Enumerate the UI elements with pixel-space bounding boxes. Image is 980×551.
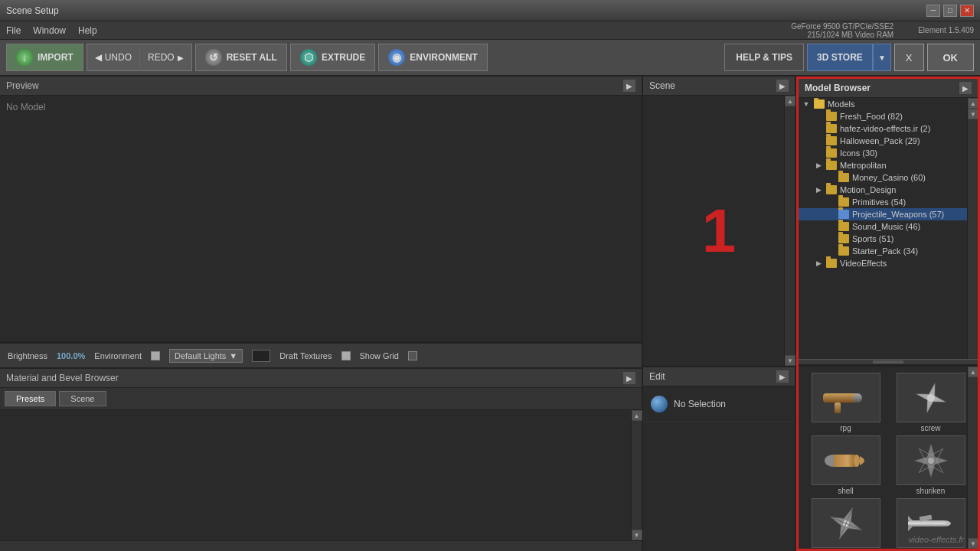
- reset-all-button[interactable]: ↺ RESET ALL: [195, 44, 287, 71]
- shell-preview-svg: [815, 439, 877, 481]
- tree-label: Projectile_Weapons (57): [852, 210, 944, 219]
- scene-number: 1: [702, 196, 737, 266]
- scene-scrollbar-v[interactable]: ▲ ▼: [784, 96, 795, 366]
- material-expand-button[interactable]: ▶: [623, 372, 635, 384]
- minimize-button[interactable]: ─: [926, 5, 940, 17]
- thumb-shuriken-alternate[interactable]: shuriken_alternate: [805, 498, 887, 549]
- tab-presets[interactable]: Presets: [5, 391, 56, 406]
- tree-item-3[interactable]: Icons (30): [799, 147, 978, 159]
- import-button[interactable]: ↓ IMPORT: [6, 44, 83, 71]
- tree-arrow-icon: [826, 222, 835, 231]
- shuriken-preview-svg: [900, 439, 962, 481]
- help-button[interactable]: HELP & TIPS: [724, 44, 804, 71]
- tree-scrollbar-v[interactable]: ▲ ▼: [967, 98, 978, 359]
- extrude-icon: ⬡: [300, 49, 317, 66]
- tab-scene[interactable]: Scene: [59, 391, 106, 406]
- tree-item-6[interactable]: ▶ Motion_Design: [799, 184, 978, 196]
- extrude-button[interactable]: ⬡ EXTRUDE: [290, 44, 375, 71]
- scene-scroll-down[interactable]: ▼: [785, 355, 795, 366]
- redo-button[interactable]: REDO ▶: [140, 44, 191, 71]
- scene-scroll-up[interactable]: ▲: [785, 96, 795, 106]
- folder-icon: [826, 185, 837, 194]
- tree-item-1[interactable]: hafez-video-effects.ir (2): [799, 122, 978, 135]
- scene-panel: Scene ▶ 1 ▲ ▼: [643, 77, 795, 367]
- maximize-button[interactable]: □: [943, 5, 957, 17]
- close-dialog-button[interactable]: X: [894, 44, 924, 71]
- store-dropdown-button[interactable]: ▼: [873, 44, 891, 71]
- undo-button[interactable]: ◀ UNDO: [87, 44, 139, 71]
- svg-point-10: [928, 458, 934, 464]
- preview-title: Preview: [6, 80, 39, 91]
- thumb-screw[interactable]: screw: [890, 373, 972, 432]
- thumb-img-shuriken: [897, 435, 965, 485]
- no-selection-text: No Selection: [674, 399, 726, 409]
- model-tree: ▼ Models Fresh_Food (82) hafez-video-eff…: [799, 98, 978, 359]
- preview-panel: Preview ▶ No Model: [0, 77, 642, 343]
- edit-title: Edit: [649, 371, 665, 382]
- material-scrollbar-v[interactable]: ▲ ▼: [631, 410, 642, 540]
- material-scrollbar-h[interactable]: [0, 540, 642, 551]
- element-info: Element 1.5.409: [918, 26, 974, 34]
- tree-scroll-up[interactable]: ▲: [968, 98, 978, 109]
- close-button[interactable]: ✕: [960, 5, 974, 17]
- store-button[interactable]: 3D STORE: [807, 44, 873, 71]
- environment-button[interactable]: ◉ ENVIRONMENT: [378, 44, 488, 71]
- ok-button[interactable]: OK: [927, 44, 975, 71]
- thumb-shuriken[interactable]: shuriken: [890, 435, 972, 495]
- toolbar: ↓ IMPORT ◀ UNDO REDO ▶ ↺ RESET ALL ⬡ EXT…: [0, 40, 980, 77]
- show-grid-checkbox[interactable]: [408, 351, 417, 360]
- tree-item-models-root[interactable]: ▼ Models: [799, 98, 978, 110]
- thumb-scroll-up[interactable]: ▲: [968, 367, 978, 377]
- tree-item-0[interactable]: Fresh_Food (82): [799, 110, 978, 122]
- shuriken2-preview-svg: [815, 502, 877, 544]
- tree-label: Sound_Music (46): [852, 222, 920, 231]
- tree-item-10[interactable]: Sports (51): [799, 233, 978, 245]
- draft-textures-checkbox[interactable]: [341, 351, 351, 360]
- tree-arrow-icon: [826, 173, 835, 182]
- tree-arrow-icon: [814, 112, 823, 121]
- thumb-label-shuriken: shuriken: [916, 487, 946, 495]
- thumbnails-scrollbar-v[interactable]: ▲ ▼: [967, 367, 978, 549]
- tree-arrow-icon: ▶: [814, 161, 823, 170]
- tree-scroll-down[interactable]: ▼: [968, 109, 978, 119]
- tree-item-8[interactable]: Projectile_Weapons (57): [799, 208, 978, 220]
- no-selection-row: No Selection: [643, 386, 795, 422]
- edit-expand-button[interactable]: ▶: [776, 370, 789, 383]
- model-browser-expand-button[interactable]: ▶: [959, 82, 972, 94]
- tree-label: hafez-video-effects.ir (2): [840, 124, 930, 133]
- window-controls: ─ □ ✕: [926, 5, 974, 17]
- tree-item-7[interactable]: Primitives (54): [799, 196, 978, 208]
- menu-file[interactable]: File: [6, 25, 21, 36]
- model-browser-title: Model Browser: [805, 83, 871, 93]
- material-scroll-up[interactable]: ▲: [632, 410, 642, 421]
- color-swatch[interactable]: [252, 350, 270, 362]
- folder-icon: [826, 136, 837, 145]
- lights-select[interactable]: Default Lights ▼: [169, 349, 243, 363]
- no-model-text: No Model: [6, 102, 45, 112]
- scene-expand-button[interactable]: ▶: [776, 80, 789, 92]
- tree-arrow-icon: [814, 124, 823, 133]
- menu-help[interactable]: Help: [78, 25, 97, 36]
- main-content: Preview ▶ No Model Brightness 100.0% Env…: [0, 77, 980, 551]
- resize-handle-indicator: [873, 360, 903, 364]
- tree-item-11[interactable]: Starter_Pack (34): [799, 245, 978, 257]
- tree-item-12[interactable]: ▶ VideoEffects: [799, 257, 978, 269]
- tree-item-4[interactable]: ▶ Metropolitan: [799, 159, 978, 171]
- panel-resize-handle[interactable]: [799, 359, 978, 365]
- tree-label: Primitives (54): [852, 197, 906, 207]
- preview-expand-button[interactable]: ▶: [623, 80, 635, 92]
- menu-window[interactable]: Window: [33, 25, 66, 36]
- svg-rect-15: [908, 520, 946, 527]
- material-scroll-down[interactable]: ▼: [632, 530, 642, 540]
- menu-bar: File Window Help GeForce 9500 GT/PCIe/SS…: [0, 21, 980, 40]
- scene-header: Scene ▶: [643, 77, 795, 96]
- environment-checkbox[interactable]: [151, 351, 160, 360]
- tree-arrow-icon: [826, 234, 835, 243]
- tree-item-9[interactable]: Sound_Music (46): [799, 220, 978, 233]
- window-title: Scene Setup: [6, 5, 59, 16]
- thumb-scroll-down[interactable]: ▼: [968, 538, 978, 549]
- thumb-rpg[interactable]: rpg: [805, 373, 887, 432]
- tree-item-5[interactable]: Money_Casino (60): [799, 171, 978, 184]
- tree-item-2[interactable]: Halloween_Pack (29): [799, 135, 978, 147]
- thumb-shell[interactable]: shell: [805, 435, 887, 495]
